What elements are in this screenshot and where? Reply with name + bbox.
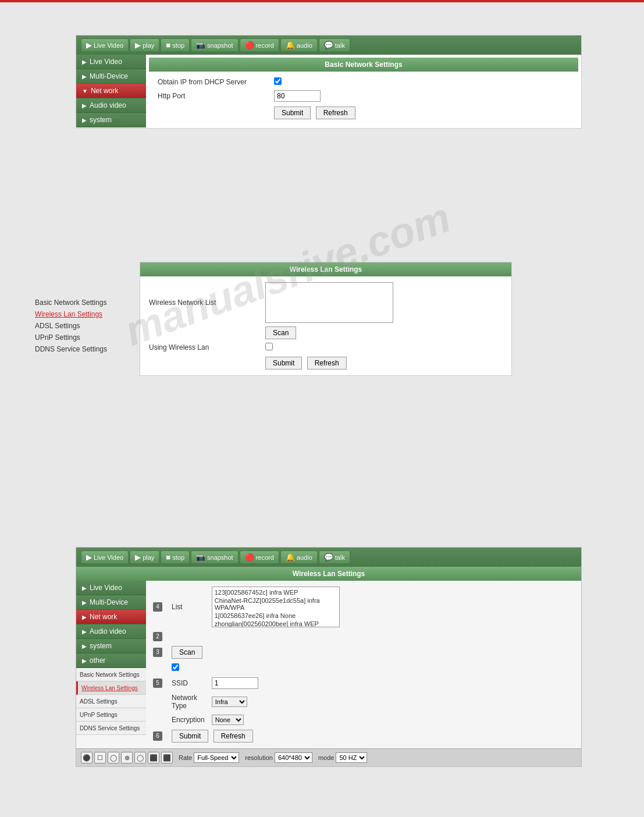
wireless-network-listbox[interactable] (265, 282, 393, 323)
using-wireless-checkbox[interactable] (265, 343, 273, 350)
list-item[interactable]: 123[0025867452c] infra WEP (214, 588, 338, 596)
mode-select[interactable]: 50 HZ 60 HZ (336, 752, 367, 763)
s2-submit-btn[interactable]: Submit (265, 357, 302, 370)
step2-cell (169, 630, 577, 643)
network-type-select[interactable]: Infra Ad-Hoc (212, 697, 247, 707)
section1-btn-row: Submit Refresh (158, 106, 570, 119)
s3-subnav-ddns[interactable]: DDNS Service Settings (76, 722, 146, 735)
s2-refresh-btn[interactable]: Refresh (307, 357, 347, 370)
arrow-icon: ▶ (82, 643, 87, 649)
s1-talk-btn[interactable]: 💬 talk (319, 38, 350, 52)
ctrl-icon7[interactable]: ⬛ (161, 752, 173, 763)
wireless-network-list-value (265, 282, 503, 323)
s3-subnav-basic[interactable]: Basic Network Settings (76, 668, 146, 681)
s3-nav-other[interactable]: ▶ other (76, 653, 146, 668)
encryption-row: Encryption None WEP WPA WPA2 (150, 713, 577, 727)
network-type-select-cell: Infra Ad-Hoc (209, 692, 577, 712)
dhcp-row: Obtain IP from DHCP Server (158, 77, 570, 87)
s3-audio-btn[interactable]: 🔔 audio (280, 550, 318, 564)
ctrl-icon2[interactable]: ☐ (94, 752, 106, 763)
s3-network-listbox[interactable]: 123[0025867452c] infra WEP ChinaNet-RCJZ… (212, 587, 340, 627)
s1-play-btn[interactable]: ▶ play (130, 38, 159, 52)
ssid-row: 5 SSID (150, 676, 577, 691)
s2-wireless-lan-link[interactable]: Wireless Lan Settings (35, 308, 128, 320)
list-item[interactable]: ChinaNet-RCJZ[00255e1dc55a] infra WPA/WP… (214, 596, 338, 612)
section3-panel: ▶ Live Video ▶ play ■ stop 📷 snapshot 🔴 … (76, 547, 582, 767)
s3-scan-btn[interactable]: Scan (172, 646, 202, 659)
livevideo-icon: ▶ (86, 553, 92, 562)
top-accent-line (0, 0, 644, 2)
s1-live-video-btn[interactable]: ▶ Live Video (81, 38, 129, 52)
section1-panel: ▶ Live Video ▶ play ■ stop 📷 snapshot 🔴 … (76, 35, 582, 129)
section1-content: Basic Network Settings Obtain IP from DH… (146, 55, 581, 128)
ctrl-icon1[interactable]: ⚫ (81, 752, 92, 763)
snapshot-icon: 📷 (196, 553, 205, 562)
rate-select[interactable]: Full-Speed (194, 752, 239, 763)
s3-snapshot-btn[interactable]: 📷 snapshot (191, 550, 239, 564)
s1-snapshot-btn[interactable]: 📷 snapshot (191, 38, 239, 52)
arrow-icon: ▶ (82, 59, 87, 65)
ctrl-icon4[interactable]: ⊕ (121, 752, 133, 763)
s3-nav-system[interactable]: ▶ system (76, 639, 146, 653)
http-port-row: Http Port (158, 90, 570, 102)
s3-nav-multi-device[interactable]: ▶ Multi-Device (76, 595, 146, 610)
s1-nav-live-video[interactable]: ▶ Live Video (76, 55, 146, 69)
s2-basic-network-link[interactable]: Basic Network Settings (35, 297, 128, 308)
using-wireless-row: Using Wireless Lan (149, 343, 503, 352)
s3-submit-btn[interactable]: Submit (172, 730, 208, 743)
s3-subnav-adsl[interactable]: ADSL Settings (76, 695, 146, 708)
mode-label: mode (318, 754, 335, 761)
s2-scan-btn[interactable]: Scan (265, 326, 296, 339)
s3-stop-btn[interactable]: ■ stop (161, 550, 190, 564)
s1-record-btn[interactable]: 🔴 record (240, 38, 279, 52)
ssid-input[interactable] (212, 677, 258, 689)
ctrl-icon3[interactable]: ◯ (108, 752, 119, 763)
s1-nav-multi-device[interactable]: ▶ Multi-Device (76, 69, 146, 84)
wireless-network-list-row: Wireless Network List (149, 282, 503, 323)
dhcp-checkbox[interactable] (274, 77, 282, 85)
step4-label: 4 (153, 603, 164, 610)
dhcp-checkbox-wrapper (274, 77, 570, 87)
ctrl-icon6[interactable]: ⬛ (148, 752, 159, 763)
play-icon: ▶ (135, 553, 141, 562)
section1-main: ▶ Live Video ▶ Multi-Device ▼ Net work ▶… (76, 55, 581, 128)
s2-upnp-link[interactable]: UPnP Settings (35, 332, 128, 343)
s3-nav-live-video[interactable]: ▶ Live Video (76, 581, 146, 595)
list-item[interactable]: zhonglian[002560200bee] infra WEP (214, 620, 338, 627)
s3-nav-network[interactable]: ▶ Net work (76, 610, 146, 624)
section2-panel-body: Wireless Network List Scan Using Wireles… (140, 276, 511, 375)
s3-nav-audio-video[interactable]: ▶ Audio video (76, 624, 146, 639)
s3-subnav-wireless[interactable]: Wireless Lan Settings (76, 681, 146, 695)
encryption-select[interactable]: None WEP WPA WPA2 (212, 715, 244, 725)
s1-audio-btn[interactable]: 🔔 audio (280, 38, 318, 52)
resolution-select[interactable]: 640*480 (275, 752, 312, 763)
s2-ddns-link[interactable]: DDNS Service Settings (35, 343, 128, 355)
s3-record-btn[interactable]: 🔴 record (240, 550, 279, 564)
s1-nav-system[interactable]: ▶ system (76, 113, 146, 127)
scan-btn-wrapper: Scan (265, 326, 503, 339)
list-item[interactable]: 1[00258637ee26] infra None (214, 612, 338, 620)
s3-live-video-btn[interactable]: ▶ Live Video (81, 550, 129, 564)
checkbox-cell (169, 662, 577, 674)
s3-btn-row: 6 Submit Refresh (150, 728, 577, 744)
s3-subnav-upnp[interactable]: UPnP Settings (76, 708, 146, 722)
http-port-input[interactable] (274, 90, 321, 102)
s3-using-wireless-checkbox[interactable] (172, 663, 179, 671)
s1-nav-network[interactable]: ▼ Net work (76, 84, 146, 98)
ctrl-icon5[interactable]: ◯ (134, 752, 146, 763)
arrow-icon: ▶ (82, 599, 87, 606)
mode-control: mode 50 HZ 60 HZ (318, 752, 368, 763)
section1-panel-header: Basic Network Settings (149, 58, 578, 72)
s3-play-btn[interactable]: ▶ play (130, 550, 159, 564)
arrow-icon: ▼ (82, 88, 88, 94)
s1-nav-audio-video[interactable]: ▶ Audio video (76, 98, 146, 113)
s1-refresh-btn[interactable]: Refresh (316, 106, 355, 119)
rate-control: Rate Full-Speed (179, 752, 239, 763)
s1-submit-btn[interactable]: Submit (274, 106, 311, 119)
using-wireless-checkbox-wrapper (265, 343, 503, 352)
s3-talk-btn[interactable]: 💬 talk (319, 550, 350, 564)
s3-refresh-btn[interactable]: Refresh (214, 730, 253, 743)
arrow-icon: ▶ (82, 614, 87, 620)
s1-stop-btn[interactable]: ■ stop (161, 38, 190, 52)
s2-adsl-link[interactable]: ADSL Settings (35, 320, 128, 332)
